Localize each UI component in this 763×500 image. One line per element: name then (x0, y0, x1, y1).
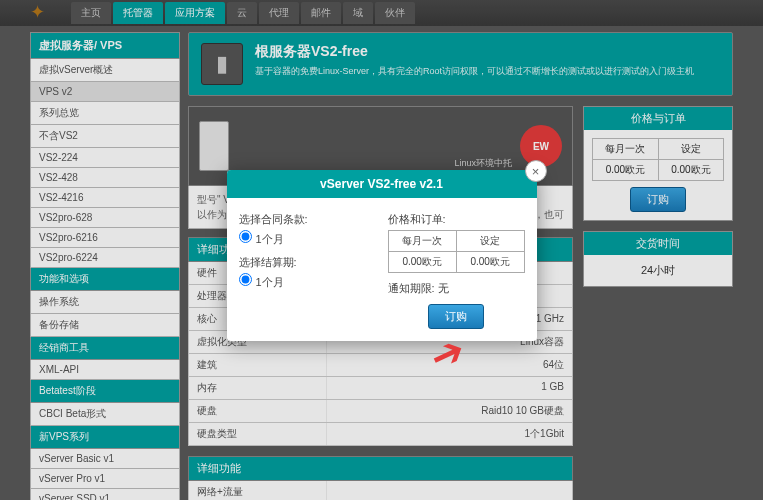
modal-title: vServer VS2-free v2.1 (227, 170, 537, 198)
modal-overlay: × vServer VS2-free v2.1 选择合同条款: 1个月 选择结算… (0, 0, 763, 500)
notice-label: 通知期限: 无 (388, 281, 525, 296)
radio-term[interactable]: 1个月 (239, 230, 376, 247)
order-modal: × vServer VS2-free v2.1 选择合同条款: 1个月 选择结算… (227, 170, 537, 341)
field-label: 选择结算期: (239, 255, 376, 270)
modal-order-button[interactable]: 订购 (428, 304, 484, 329)
radio-billing[interactable]: 1个月 (239, 273, 376, 290)
modal-price-table: 每月一次设定 0.00欧元0.00欧元 (388, 230, 525, 273)
close-icon[interactable]: × (525, 160, 547, 182)
field-label: 价格和订单: (388, 212, 525, 227)
field-label: 选择合同条款: (239, 212, 376, 227)
